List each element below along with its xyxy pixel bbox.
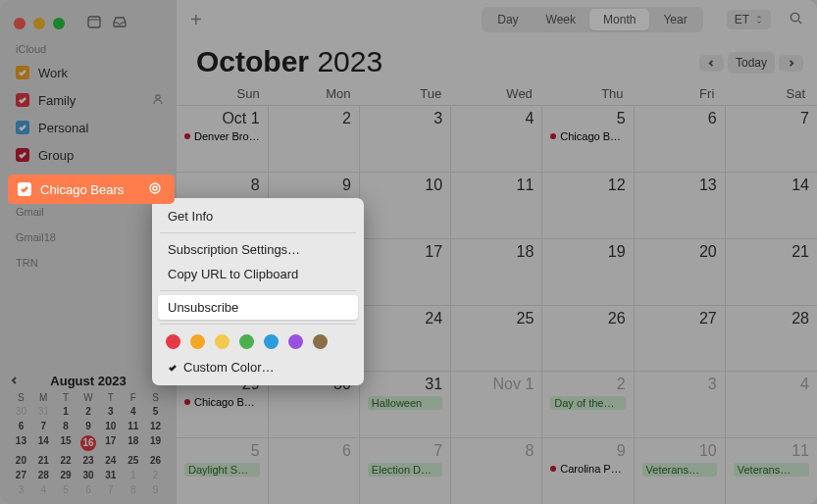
day-cell[interactable]: Oct 1Denver Bro… bbox=[177, 105, 269, 172]
day-cell[interactable]: 13 bbox=[635, 172, 726, 238]
mini-day[interactable]: 27 bbox=[10, 469, 32, 481]
add-event-button[interactable]: + bbox=[190, 9, 202, 31]
mini-day[interactable]: 12 bbox=[144, 420, 167, 432]
day-cell[interactable]: 8 bbox=[451, 437, 542, 504]
mini-day[interactable]: 8 bbox=[55, 420, 77, 432]
calendar-icon[interactable] bbox=[86, 14, 102, 33]
day-cell[interactable]: 27 bbox=[635, 305, 726, 372]
event[interactable]: Daylight S… bbox=[184, 463, 260, 477]
mini-day[interactable]: 31 bbox=[99, 469, 122, 481]
mini-day[interactable]: 9 bbox=[77, 420, 100, 432]
calendar-group[interactable]: Group bbox=[0, 141, 177, 169]
day-cell[interactable]: 10 bbox=[360, 172, 451, 238]
day-cell[interactable]: 11Veterans… bbox=[726, 437, 817, 504]
menu-subscription-settings[interactable]: Subscription Settings… bbox=[158, 237, 358, 262]
calendar-personal[interactable]: Personal bbox=[0, 114, 177, 141]
checkbox-icon[interactable] bbox=[16, 121, 29, 134]
color-swatch[interactable] bbox=[215, 334, 230, 349]
event[interactable]: Chicago B… bbox=[184, 396, 260, 408]
minimize-window[interactable] bbox=[33, 18, 45, 29]
mini-day[interactable]: 17 bbox=[99, 434, 122, 452]
mini-day[interactable]: 1 bbox=[55, 405, 77, 418]
view-day[interactable]: Day bbox=[484, 9, 532, 30]
view-year[interactable]: Year bbox=[649, 9, 700, 30]
color-swatch[interactable] bbox=[239, 334, 254, 349]
mini-day[interactable]: 6 bbox=[10, 420, 32, 432]
mini-day[interactable]: 2 bbox=[77, 405, 100, 418]
section-trn[interactable]: TRN bbox=[0, 247, 177, 273]
event[interactable]: Chicago B… bbox=[550, 130, 625, 142]
mini-day[interactable]: 4 bbox=[32, 483, 55, 496]
mini-day[interactable]: 15 bbox=[55, 434, 77, 452]
color-swatch[interactable] bbox=[190, 334, 205, 349]
menu-copy-url[interactable]: Copy URL to Clipboard bbox=[158, 262, 358, 286]
day-cell[interactable]: 12 bbox=[542, 172, 634, 238]
menu-custom-color[interactable]: Custom Color… bbox=[158, 355, 358, 379]
calendar-family[interactable]: Family bbox=[0, 86, 177, 114]
mini-day[interactable]: 11 bbox=[122, 420, 144, 432]
prev-month[interactable] bbox=[699, 55, 724, 72]
mini-day[interactable]: 2 bbox=[144, 469, 167, 481]
event[interactable]: Veterans… bbox=[642, 463, 717, 477]
day-cell[interactable]: 2Day of the… bbox=[542, 371, 634, 437]
day-cell[interactable]: 7 bbox=[726, 105, 817, 172]
mini-day[interactable]: 13 bbox=[10, 434, 32, 452]
day-cell[interactable]: 24 bbox=[360, 305, 451, 372]
event[interactable]: Veterans… bbox=[734, 463, 809, 477]
day-cell[interactable]: 4 bbox=[726, 371, 817, 437]
checkbox-icon[interactable] bbox=[16, 66, 29, 79]
mini-day[interactable]: 21 bbox=[32, 454, 55, 467]
day-cell[interactable]: 26 bbox=[542, 305, 634, 372]
color-swatch[interactable] bbox=[313, 334, 328, 349]
search-button[interactable] bbox=[789, 11, 803, 29]
event[interactable]: Halloween bbox=[368, 396, 442, 410]
mini-day[interactable]: 14 bbox=[32, 434, 55, 452]
mini-day[interactable]: 25 bbox=[122, 454, 144, 467]
mini-day[interactable]: 3 bbox=[99, 405, 122, 418]
mini-day[interactable]: 10 bbox=[99, 420, 122, 432]
day-cell[interactable]: 6 bbox=[635, 105, 726, 172]
day-cell[interactable]: 20 bbox=[635, 238, 726, 305]
mini-day[interactable]: 7 bbox=[32, 420, 55, 432]
menu-get-info[interactable]: Get Info bbox=[158, 204, 358, 228]
event[interactable]: Election D… bbox=[368, 463, 442, 477]
calendar-chicago-bears[interactable]: Chicago Bears bbox=[8, 175, 175, 204]
day-cell[interactable]: 7Election D… bbox=[360, 437, 451, 504]
event[interactable]: Carolina P… bbox=[550, 463, 625, 475]
mini-day[interactable]: 19 bbox=[144, 434, 167, 452]
mini-day[interactable]: 9 bbox=[144, 483, 167, 496]
day-cell[interactable]: 3 bbox=[635, 371, 726, 437]
event[interactable]: Denver Bro… bbox=[184, 130, 260, 142]
zoom-window[interactable] bbox=[53, 18, 65, 29]
mini-day[interactable]: 16 bbox=[77, 434, 100, 452]
day-cell[interactable]: 18 bbox=[451, 238, 542, 305]
day-cell[interactable]: 28 bbox=[726, 305, 817, 372]
mini-day[interactable]: 20 bbox=[10, 454, 32, 467]
mini-day[interactable]: 24 bbox=[99, 454, 122, 467]
next-month[interactable] bbox=[779, 55, 803, 72]
day-cell[interactable]: 9Carolina P… bbox=[542, 437, 634, 504]
day-cell[interactable]: 5Chicago B… bbox=[542, 105, 634, 172]
day-cell[interactable]: 17 bbox=[360, 238, 451, 305]
mini-day[interactable]: 23 bbox=[77, 454, 100, 467]
day-cell[interactable]: Nov 1 bbox=[451, 371, 542, 437]
section-gmail18[interactable]: Gmail18 bbox=[0, 222, 177, 247]
inbox-icon[interactable] bbox=[112, 14, 128, 33]
mini-day[interactable]: 30 bbox=[10, 405, 32, 418]
view-month[interactable]: Month bbox=[589, 9, 649, 30]
day-cell[interactable]: 5Daylight S… bbox=[177, 437, 269, 504]
mini-day[interactable]: 5 bbox=[55, 483, 77, 496]
mini-day[interactable]: 28 bbox=[32, 469, 55, 481]
day-cell[interactable]: 21 bbox=[726, 238, 817, 305]
mini-day[interactable]: 5 bbox=[144, 405, 167, 418]
mini-day[interactable]: 3 bbox=[10, 483, 32, 496]
view-week[interactable]: Week bbox=[533, 9, 589, 30]
day-cell[interactable]: 3 bbox=[360, 105, 451, 172]
mini-day[interactable]: 31 bbox=[32, 405, 55, 418]
color-swatch[interactable] bbox=[166, 334, 180, 349]
mini-day[interactable]: 22 bbox=[55, 454, 77, 467]
day-cell[interactable]: 2 bbox=[269, 105, 360, 172]
day-cell[interactable]: 25 bbox=[451, 305, 542, 372]
calendar-work[interactable]: Work bbox=[0, 59, 177, 86]
mini-day[interactable]: 7 bbox=[99, 483, 122, 496]
